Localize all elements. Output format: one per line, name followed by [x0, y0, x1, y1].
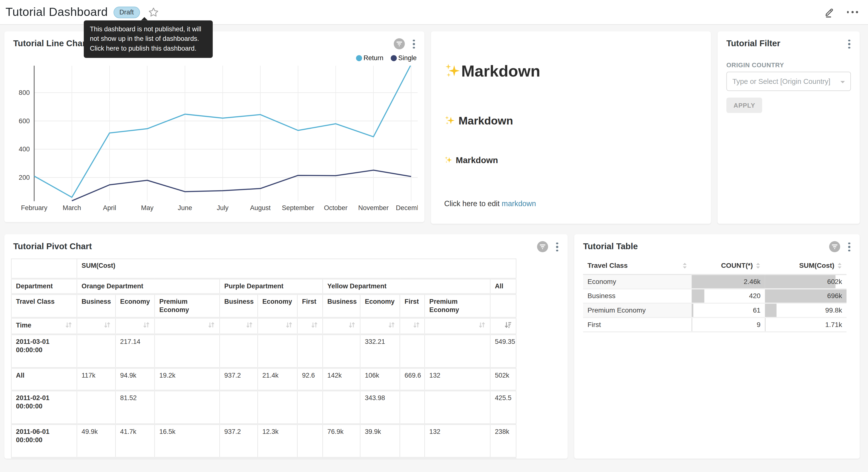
markdown-footer: Click here to edit markdown — [444, 200, 698, 208]
pivot-class-header: First — [400, 294, 425, 318]
sort-descending-icon[interactable] — [504, 321, 512, 328]
origin-country-label: ORIGIN COUNTRY — [726, 62, 851, 68]
table-row[interactable]: Economy2.46k602k — [583, 274, 846, 289]
y-tick-label: 200 — [19, 174, 30, 181]
pivot-sort-cell-active[interactable] — [490, 318, 516, 334]
pivot-time-header[interactable]: Time — [11, 318, 77, 334]
sort-icon[interactable] — [208, 321, 215, 328]
pivot-sort-cell[interactable] — [425, 318, 490, 334]
pivot-cell — [323, 334, 360, 368]
pivot-sort-cell[interactable] — [77, 318, 115, 334]
edit-markdown-link[interactable]: markdown — [502, 200, 536, 208]
pivot-cell: 502k — [490, 368, 516, 390]
sort-icon[interactable] — [286, 321, 293, 328]
pivot-row-label: 2011-03-01 00:00:00 — [11, 334, 77, 368]
pivot-class-header: Business — [220, 294, 258, 318]
pivot-row: 2011-02-01 00:00:0081.52343.98425.5 — [11, 390, 516, 424]
sort-icon[interactable] — [104, 321, 111, 328]
pivot-sort-cell[interactable] — [155, 318, 220, 334]
pivot-group-header-0: Orange Department — [77, 278, 220, 294]
sort-icon[interactable] — [143, 321, 150, 328]
pivot-cell: 94.9k — [115, 368, 155, 390]
pivot-cell: 41.7k — [115, 424, 155, 458]
column-header-travel-class[interactable]: Travel Class — [583, 258, 692, 275]
filter-indicator-icon[interactable] — [394, 38, 405, 50]
line-chart-plot[interactable]: 200400600800FebruaryMarchAprilMayJuneJul… — [11, 65, 417, 213]
x-tick-label: December — [396, 204, 417, 211]
legend-return-dot — [356, 55, 362, 61]
pivot-sort-cell[interactable] — [220, 318, 258, 334]
origin-country-select[interactable]: Type or Select [Origin Country] — [726, 72, 851, 91]
pivot-sort-cell[interactable] — [258, 318, 297, 334]
y-tick-label: 400 — [19, 146, 30, 153]
sort-caret-icon — [755, 262, 761, 269]
sort-icon[interactable] — [478, 321, 485, 328]
column-header-sum-cost[interactable]: SUM(Cost) — [765, 258, 847, 275]
pivot-cell: 142k — [323, 368, 360, 390]
pivot-sort-cell[interactable] — [323, 318, 360, 334]
pivot-cell: 332.21 — [360, 334, 400, 368]
pivot-cell: 39.9k — [360, 424, 400, 458]
travel-class-cell: Business — [583, 289, 692, 303]
value-bar — [692, 304, 693, 317]
pivot-cell: 49.7k — [323, 458, 360, 459]
markdown-card: Markdown Markdown Markdown Click here to… — [431, 31, 711, 224]
value-bar — [692, 318, 692, 331]
pivot-cell: 49.9k — [77, 424, 115, 458]
select-placeholder: Type or Select [Origin Country] — [733, 77, 831, 85]
chart-menu-icon[interactable] — [847, 240, 852, 254]
pivot-cell — [258, 334, 297, 368]
table-row[interactable]: Premium Economy6199.8k — [583, 303, 846, 318]
pivot-sort-cell[interactable] — [115, 318, 155, 334]
sum-cell: 99.8k — [765, 303, 847, 318]
table-row[interactable]: First91.71k — [583, 318, 846, 332]
sort-icon[interactable] — [311, 321, 318, 328]
x-tick-label: July — [217, 204, 229, 211]
table-row[interactable]: Business420696k — [583, 289, 846, 303]
sort-icon[interactable] — [413, 321, 420, 328]
edit-dashboard-icon[interactable] — [824, 7, 835, 18]
filter-menu-icon[interactable] — [847, 37, 852, 51]
pivot-cell — [155, 334, 220, 368]
pivot-cell: 425.5 — [490, 390, 516, 424]
pivot-sort-cell[interactable] — [360, 318, 400, 334]
column-header-count[interactable]: COUNT(*) — [692, 258, 765, 275]
pivot-cell: 937.2 — [220, 368, 258, 390]
pivot-cell — [400, 334, 425, 368]
status-badge[interactable]: Draft — [114, 6, 140, 18]
sort-icon[interactable] — [388, 321, 395, 328]
sort-icon[interactable] — [348, 321, 355, 328]
legend-item-return[interactable]: Return — [356, 54, 383, 62]
x-tick-label: September — [282, 204, 314, 211]
pivot-cell: 343.98 — [360, 390, 400, 424]
x-tick-label: August — [250, 204, 271, 211]
apply-button[interactable]: APPLY — [726, 97, 763, 113]
chart-menu-icon[interactable] — [411, 37, 416, 51]
pivot-row-label: 2011-06-01 00:00:00 — [11, 424, 77, 458]
pivot-cell — [400, 390, 425, 424]
pivot-class-header: Premium Economy — [155, 294, 220, 318]
sort-icon[interactable] — [65, 321, 72, 328]
more-actions-icon[interactable] — [847, 11, 858, 13]
pivot-sort-cell[interactable] — [297, 318, 323, 334]
pivot-group-header-1: Purple Department — [220, 278, 322, 294]
pivot-class-header: Economy — [258, 294, 297, 318]
count-cell: 2.46k — [692, 274, 765, 289]
filter-indicator-icon[interactable] — [537, 241, 549, 253]
sort-icon[interactable] — [246, 321, 253, 328]
pivot-cell: 117k — [77, 368, 115, 390]
pivot-cell — [297, 334, 323, 368]
pivot-class-header: Economy — [360, 294, 400, 318]
pivot-cell — [323, 390, 360, 424]
chart-menu-icon[interactable] — [555, 240, 560, 254]
pivot-cell: 669.6 — [400, 368, 425, 390]
favorite-star-icon[interactable] — [148, 7, 159, 17]
legend-item-single[interactable]: Single — [391, 54, 416, 62]
pivot-sort-cell[interactable] — [400, 318, 425, 334]
pivot-row: All117k94.9k19.2k937.221.4k92.6142k106k6… — [11, 368, 516, 390]
pivot-cell — [220, 334, 258, 368]
filter-indicator-icon[interactable] — [829, 241, 841, 253]
chevron-down-icon — [840, 81, 845, 86]
x-tick-label: October — [324, 204, 347, 211]
pivot-row: 2011-06-01 00:00:0049.9k41.7k16.5k937.21… — [11, 424, 516, 458]
